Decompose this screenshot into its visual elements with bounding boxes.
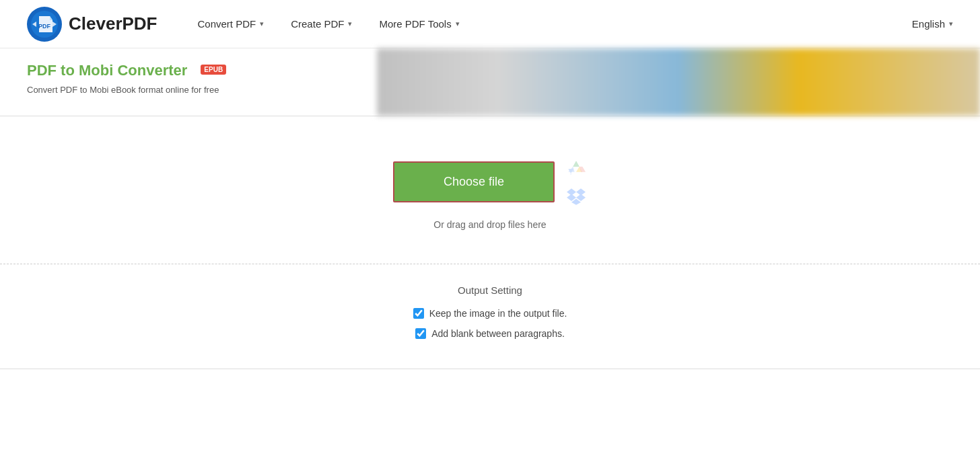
settings-section: Output Setting Keep the image in the out… [0, 264, 980, 369]
keep-image-option[interactable]: Keep the image in the output file. [413, 308, 567, 319]
drag-drop-text: Or drag and drop files here [433, 219, 546, 230]
header: PDF CleverPDF Convert PDF ▾ Create PDF ▾… [0, 0, 980, 48]
epub-badge: EPUB [201, 65, 226, 75]
settings-title: Output Setting [458, 284, 522, 296]
chevron-down-icon: ▾ [260, 20, 264, 28]
page-subtitle: Convert PDF to Mobi eBook format online … [27, 85, 350, 95]
chevron-down-icon: ▾ [949, 20, 953, 28]
logo[interactable]: PDF CleverPDF [27, 7, 158, 42]
upload-row: Choose file [393, 157, 587, 207]
nav-convert-pdf[interactable]: Convert PDF ▾ [198, 18, 265, 30]
nav-create-pdf-label: Create PDF [291, 18, 344, 30]
logo-text: CleverPDF [69, 13, 158, 34]
nav-convert-pdf-label: Convert PDF [198, 18, 256, 30]
svg-text:PDF: PDF [38, 23, 51, 30]
language-label: English [912, 18, 945, 30]
upload-section: Choose file [0, 116, 980, 264]
keep-image-checkbox[interactable] [413, 308, 424, 319]
title-column: PDF to Mobi Converter EPUB Convert PDF t… [0, 48, 377, 108]
top-area: PDF to Mobi Converter EPUB Convert PDF t… [0, 48, 980, 116]
add-blank-checkbox[interactable] [415, 328, 426, 339]
choose-file-button[interactable]: Choose file [393, 161, 555, 202]
main-nav: Convert PDF ▾ Create PDF ▾ More PDF Tool… [198, 18, 912, 30]
chevron-down-icon: ▾ [456, 20, 460, 28]
add-blank-option[interactable]: Add blank between paragraphs. [415, 328, 565, 339]
main-container: Choose file [0, 116, 980, 369]
nav-more-tools-label: More PDF Tools [379, 18, 451, 30]
logo-icon: PDF [27, 7, 62, 42]
chevron-down-icon: ▾ [348, 20, 352, 28]
page-title: PDF to Mobi Converter [27, 62, 187, 79]
cloud-icons [565, 157, 587, 207]
add-blank-label: Add blank between paragraphs. [431, 328, 565, 339]
keep-image-label: Keep the image in the output file. [429, 308, 567, 319]
ad-banner [377, 48, 980, 116]
nav-more-tools[interactable]: More PDF Tools ▾ [379, 18, 459, 30]
nav-create-pdf[interactable]: Create PDF ▾ [291, 18, 352, 30]
google-drive-icon[interactable] [565, 157, 587, 179]
dropbox-icon[interactable] [565, 186, 587, 207]
language-selector[interactable]: English ▾ [912, 18, 953, 30]
